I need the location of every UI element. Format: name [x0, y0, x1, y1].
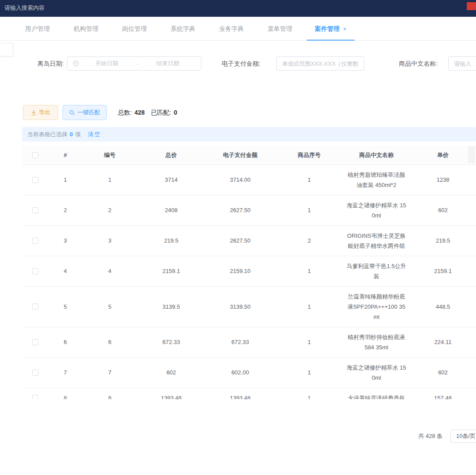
table-header-row: # 编号 总价 电子支付金额 商品序号 商品中文名称 单价: [22, 146, 476, 165]
row-checkbox[interactable]: [32, 177, 38, 183]
cell-seq: 1: [275, 195, 343, 225]
cell-unit: 448.5: [410, 286, 476, 327]
tab-bar: 用户管理机构管理岗位管理系统字典业务字典菜单管理案件管理×: [0, 17, 476, 41]
tab-label: 案件管理: [315, 25, 339, 32]
cell-epay: 602.00: [205, 357, 275, 388]
cell-code: 8: [82, 388, 138, 399]
cell-seq: 1: [275, 286, 343, 327]
cell-total: 3714: [138, 165, 205, 195]
cell-unit: 1238: [410, 165, 476, 195]
cell-name: 兰蔻菁纯臻颜精华粉底液SPF20PA+++100 35 ml: [343, 286, 410, 327]
cell-epay: 672.33: [205, 327, 275, 357]
table-row: 77602602.001海蓝之谜修护精萃水 150ml602: [22, 357, 476, 388]
row-checkbox[interactable]: [32, 207, 38, 213]
table-row: 33219.52627.502ORIGINS韦博士灵芝焕能好底子精华水两件组21…: [22, 225, 476, 256]
cell-name: 卡诗菁纯亮泽经典香氛: [343, 388, 410, 399]
row-checkbox[interactable]: [32, 370, 38, 376]
end-date-placeholder[interactable]: 结束日期: [140, 60, 196, 67]
cell-idx: 4: [48, 256, 82, 286]
clock-icon: [73, 60, 79, 67]
row-checkbox[interactable]: [32, 395, 38, 399]
cell-total: 672.33: [138, 327, 205, 357]
date-filter-label: 离岛日期:: [37, 56, 64, 71]
nav-red-badge[interactable]: [467, 2, 476, 10]
product-name-input[interactable]: [448, 56, 476, 71]
page-size-select[interactable]: 10条/页: [450, 430, 476, 443]
matched-value: 0: [174, 109, 177, 116]
cell-code: 5: [82, 286, 138, 327]
tab-菜单管理[interactable]: 菜单管理: [256, 17, 304, 41]
tab-close-icon[interactable]: ×: [343, 26, 346, 32]
col-header-seq: 商品序号: [275, 146, 343, 165]
row-checkbox[interactable]: [32, 303, 38, 310]
total-label: 总数:: [118, 109, 132, 116]
match-button-label: 一键匹配: [77, 108, 100, 116]
selection-prefix: 当前表格已选择: [27, 131, 67, 138]
epay-input[interactable]: [276, 56, 364, 71]
cell-seq: 1: [275, 165, 343, 195]
selection-count: 0: [70, 131, 73, 138]
data-table: # 编号 总价 电子支付金额 商品序号 商品中文名称 单价 1137143714…: [22, 146, 476, 399]
row-checkbox[interactable]: [32, 339, 38, 345]
export-button[interactable]: 导出: [23, 105, 58, 120]
tab-系统字典[interactable]: 系统字典: [159, 17, 207, 41]
cell-unit: 2159.1: [410, 256, 476, 286]
clear-selection-link[interactable]: 清空: [88, 131, 101, 138]
cell-code: 2: [82, 195, 138, 225]
col-header-code: 编号: [82, 146, 138, 165]
cell-code: 3: [82, 225, 138, 256]
cell-idx: 2: [48, 195, 82, 225]
tab-label: 系统字典: [171, 25, 195, 32]
cell-epay: 2627.50: [205, 195, 275, 225]
row-checkbox[interactable]: [32, 238, 38, 244]
cell-epay: 1393.48: [205, 388, 275, 399]
count-summary: 总数:428已匹配:0: [118, 105, 177, 120]
col-header-epay: 电子支付金额: [205, 146, 275, 165]
cell-epay: 3139.50: [205, 286, 275, 327]
cell-idx: 5: [48, 286, 82, 327]
table-body: 1137143714.001植村秀新琥珀臻萃洁颜油套装 450ml*212382…: [22, 165, 476, 399]
table-row: 553139.53139.501兰蔻菁纯臻颜精华粉底液SPF20PA+++100…: [22, 286, 476, 327]
top-navbar: 请输入搜索内容: [0, 0, 476, 17]
selection-suffix: 项: [75, 131, 81, 138]
cell-total: 602: [138, 357, 205, 388]
cell-idx: 6: [48, 327, 82, 357]
cell-total: 3139.5: [138, 286, 205, 327]
cell-code: 4: [82, 256, 138, 286]
cell-seq: 2: [275, 225, 343, 256]
tab-业务字典[interactable]: 业务字典: [207, 17, 256, 41]
global-search-input[interactable]: 请输入搜索内容: [4, 4, 45, 12]
col-header-name: 商品中文名称: [343, 146, 410, 165]
row-checkbox[interactable]: [32, 268, 38, 274]
cell-name: 海蓝之谜修护精萃水 150ml: [343, 195, 410, 225]
start-date-placeholder[interactable]: 开始日期: [79, 60, 134, 67]
col-header-unit: 单价: [410, 146, 476, 165]
cell-unit: 602: [410, 357, 476, 388]
matched-label: 已匹配:: [151, 109, 171, 116]
cell-total: 1393.48: [138, 388, 205, 399]
cell-idx: 8: [48, 388, 82, 399]
collapse-toggle[interactable]: [0, 43, 13, 56]
cell-seq: 1: [275, 256, 343, 286]
date-range-input[interactable]: 开始日期 - 结束日期: [67, 56, 201, 71]
cell-idx: 7: [48, 357, 82, 388]
tab-案件管理[interactable]: 案件管理×: [304, 17, 357, 41]
select-all-checkbox[interactable]: [32, 152, 38, 158]
table-scrollbar[interactable]: [468, 146, 475, 163]
tab-用户管理[interactable]: 用户管理: [13, 17, 62, 41]
cell-seq: 1: [275, 388, 343, 399]
one-click-match-button[interactable]: 一键匹配: [63, 105, 107, 120]
tab-岗位管理[interactable]: 岗位管理: [110, 17, 159, 41]
cell-unit: 602: [410, 195, 476, 225]
cell-unit: 224.11: [410, 327, 476, 357]
total-value: 428: [134, 109, 145, 116]
cell-name: 植村秀新琥珀臻萃洁颜油套装 450ml*2: [343, 165, 410, 195]
cell-seq: 1: [275, 327, 343, 357]
tab-label: 用户管理: [25, 25, 50, 32]
search-icon: [69, 110, 75, 116]
pagination-total: 共 428 条: [418, 432, 443, 440]
cell-epay: 2159.10: [205, 256, 275, 286]
table-row: 442159.12159.101马爹利蓝带干邑1.5公升装2159.1: [22, 256, 476, 286]
col-header-total: 总价: [138, 146, 205, 165]
tab-机构管理[interactable]: 机构管理: [62, 17, 110, 41]
